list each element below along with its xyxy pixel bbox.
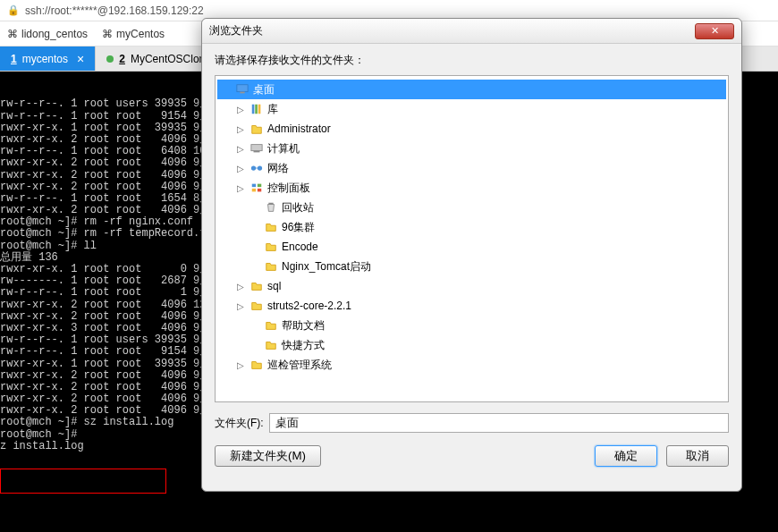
tab-number: 1 bbox=[11, 53, 17, 65]
expand-icon[interactable]: ▷ bbox=[235, 105, 246, 114]
tree-item-label: 快捷方式 bbox=[282, 338, 325, 353]
svg-rect-0 bbox=[237, 85, 248, 92]
tree-item-label: Encode bbox=[282, 241, 318, 253]
svg-rect-1 bbox=[240, 92, 244, 94]
ok-button[interactable]: 确定 bbox=[595, 445, 657, 467]
terminal-icon: ⌘ bbox=[102, 28, 113, 40]
folder-icon bbox=[264, 221, 278, 233]
tree-item[interactable]: ▷struts2-core-2.2.1 bbox=[217, 296, 726, 316]
folder-icon bbox=[264, 319, 278, 332]
network-icon bbox=[249, 162, 264, 174]
tree-item-label: 帮助文档 bbox=[282, 318, 325, 334]
dialog-prompt: 请选择保存接收文件的文件夹： bbox=[215, 53, 729, 68]
dialog-title-text: 浏览文件夹 bbox=[209, 23, 263, 38]
tree-item[interactable]: 快捷方式 bbox=[217, 335, 726, 355]
highlight-box bbox=[0, 469, 166, 494]
tree-item-label: 桌面 bbox=[253, 82, 275, 97]
recycle-icon bbox=[264, 201, 278, 214]
dialog-titlebar[interactable]: 浏览文件夹 ✕ bbox=[202, 19, 741, 44]
folder-icon bbox=[249, 280, 264, 292]
browse-folder-dialog: 浏览文件夹 ✕ 请选择保存接收文件的文件夹： 桌面▷库▷Administrato… bbox=[201, 18, 742, 492]
tree-item-label: Administrator bbox=[267, 122, 331, 135]
tab-number: 2 bbox=[119, 53, 125, 65]
status-dot-icon bbox=[106, 55, 114, 63]
terminal-icon: ⌘ bbox=[7, 28, 18, 40]
lock-icon: 🔒 bbox=[7, 4, 20, 16]
svg-rect-6 bbox=[254, 151, 260, 153]
tree-item[interactable]: ▷库 bbox=[217, 99, 726, 119]
svg-rect-3 bbox=[255, 105, 258, 114]
svg-rect-10 bbox=[252, 184, 256, 188]
tree-item-label: struts2-core-2.2.1 bbox=[267, 300, 351, 312]
folder-field-label: 文件夹(F): bbox=[215, 416, 264, 431]
bookmark-label: lidong_centos bbox=[21, 28, 88, 40]
tree-item[interactable]: ▷Administrator bbox=[217, 119, 726, 139]
computer-icon bbox=[249, 142, 264, 155]
svg-rect-11 bbox=[258, 184, 261, 188]
desktop-icon bbox=[235, 83, 249, 96]
cancel-button[interactable]: 取消 bbox=[666, 445, 729, 467]
control-icon bbox=[249, 182, 264, 194]
tree-item-label: 库 bbox=[267, 102, 278, 117]
folder-name-input[interactable] bbox=[269, 413, 729, 433]
svg-rect-13 bbox=[258, 189, 261, 192]
tree-item[interactable]: ▷sql bbox=[217, 276, 726, 296]
expand-icon[interactable]: ▷ bbox=[235, 282, 246, 291]
expand-icon[interactable]: ▷ bbox=[235, 301, 246, 311]
tree-item[interactable]: ▷控制面板 bbox=[217, 178, 726, 198]
address-text: ssh://root:******@192.168.159.129:22 bbox=[25, 4, 204, 17]
folder-icon bbox=[264, 241, 278, 253]
expand-icon[interactable]: ▷ bbox=[235, 360, 246, 370]
svg-rect-2 bbox=[252, 105, 255, 114]
expand-icon[interactable]: ▷ bbox=[235, 183, 246, 193]
tree-item[interactable]: 96集群 bbox=[217, 217, 726, 237]
expand-icon[interactable]: ▷ bbox=[235, 124, 246, 134]
close-button[interactable]: ✕ bbox=[695, 23, 734, 39]
bookmark-item[interactable]: ⌘ lidong_centos bbox=[7, 28, 88, 40]
folder-icon bbox=[249, 359, 264, 371]
tree-item-label: 巡检管理系统 bbox=[267, 358, 332, 373]
svg-rect-12 bbox=[252, 189, 256, 192]
folder-icon bbox=[264, 339, 278, 351]
bookmark-label: myCentos bbox=[116, 28, 165, 40]
libraries-icon bbox=[249, 103, 264, 115]
tree-item[interactable]: 回收站 bbox=[217, 198, 726, 217]
tree-item-label: 计算机 bbox=[267, 141, 300, 156]
tree-item-label: 网络 bbox=[267, 161, 289, 176]
svg-rect-14 bbox=[268, 203, 273, 205]
tab-mycentos[interactable]: 1 mycentos × bbox=[0, 46, 96, 71]
tree-item[interactable]: ▷计算机 bbox=[217, 139, 726, 158]
tree-item[interactable]: 帮助文档 bbox=[217, 316, 726, 335]
svg-rect-5 bbox=[251, 145, 262, 151]
tree-item-label: 96集群 bbox=[282, 220, 315, 235]
tree-item[interactable]: 桌面 bbox=[217, 80, 726, 99]
expand-icon[interactable]: ▷ bbox=[235, 144, 246, 154]
folder-tree[interactable]: 桌面▷库▷Administrator▷计算机▷网络▷控制面板回收站96集群Enc… bbox=[215, 75, 729, 402]
folder-icon bbox=[264, 260, 278, 273]
tree-item-label: Nginx_Tomcat启动 bbox=[282, 259, 371, 274]
bookmark-item[interactable]: ⌘ myCentos bbox=[102, 28, 165, 40]
tree-item-label: sql bbox=[267, 280, 281, 292]
svg-rect-4 bbox=[258, 105, 261, 114]
tab-label: MyCentOSClon bbox=[131, 53, 205, 65]
expand-icon[interactable]: ▷ bbox=[235, 164, 246, 173]
tree-item[interactable]: ▷巡检管理系统 bbox=[217, 355, 726, 375]
close-icon[interactable]: × bbox=[77, 52, 84, 66]
tree-item[interactable]: Encode bbox=[217, 237, 726, 257]
tab-label: mycentos bbox=[22, 53, 68, 65]
user-icon bbox=[249, 122, 264, 135]
tree-item[interactable]: Nginx_Tomcat启动 bbox=[217, 257, 726, 276]
tree-item-label: 回收站 bbox=[282, 200, 314, 215]
new-folder-button[interactable]: 新建文件夹(M) bbox=[215, 445, 321, 467]
tab-mycentosclon[interactable]: 2 MyCentOSClon bbox=[96, 46, 216, 71]
folder-icon bbox=[249, 300, 264, 312]
tree-item-label: 控制面板 bbox=[267, 181, 310, 196]
tree-item[interactable]: ▷网络 bbox=[217, 158, 726, 178]
